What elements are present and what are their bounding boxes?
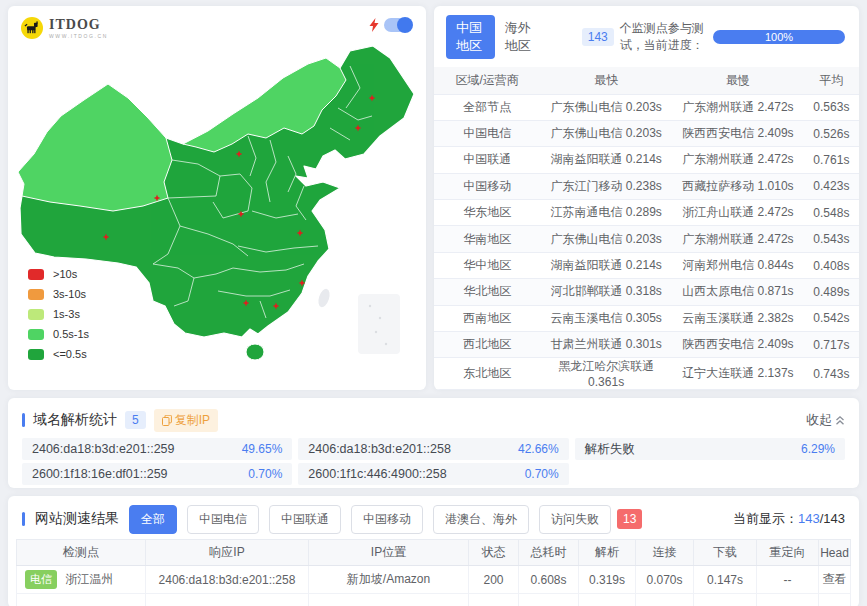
table-header-row: 区域/运营商 最快 最慢 平均 <box>434 67 859 94</box>
dns-cell[interactable]: 2406:da18:b3d:e201::259 49.65% <box>22 438 292 460</box>
table-row: 华南地区广东佛山电信 0.203s广东潮州联通 2.472s0.543s <box>434 226 859 252</box>
progress-bar: 100% <box>713 30 845 44</box>
dns-grid: 2406:da18:b3d:e201::259 49.65% 2406:da18… <box>22 438 845 485</box>
connect-time: 0.070s <box>636 566 694 594</box>
dog-logo-icon <box>20 16 44 40</box>
node-name: 浙江温州 <box>65 572 113 586</box>
status-code: 200 <box>469 566 519 594</box>
legend-item: 3s-10s <box>28 288 89 300</box>
legend-swatch <box>28 269 44 280</box>
dns-stats-card: 域名解析统计 5 复制IP 收起 2406:da18:b3d:e201::259 <box>8 398 859 488</box>
itdog-logo[interactable]: ITDOG WWW.ITDOG.CN <box>20 16 108 40</box>
section-accent-bar <box>22 413 25 427</box>
results-header-row: 检测点 响应IP IP位置 状态 总耗时 解析 连接 下载 重定向 Head <box>17 540 851 566</box>
legend-swatch <box>28 289 44 300</box>
total-time: 0.608s <box>519 566 579 594</box>
filter-unicom-button[interactable]: 中国联通 <box>269 505 341 534</box>
map-taiwan <box>316 287 331 308</box>
dns-cell[interactable]: 2600:1f1c:446:4900::258 0.70% <box>298 463 568 485</box>
isp-badge: 电信 <box>25 570 57 589</box>
page: ITDOG WWW.ITDOG.CN <box>0 0 867 606</box>
filter-mobile-button[interactable]: 中国移动 <box>351 505 423 534</box>
table-row: 华北地区河北邯郸联通 0.318s山西太原电信 0.871s0.489s <box>434 279 859 305</box>
legend-item: 1s-3s <box>28 308 89 320</box>
result-row <box>17 594 851 606</box>
speed-results-card: 网站测速结果 全部 中国电信 中国联通 中国移动 港澳台、海外 访问失败 13 … <box>8 496 859 606</box>
ip-location: 新加坡/Amazon <box>309 566 469 594</box>
tab-china-region[interactable]: 中国地区 <box>446 15 495 59</box>
tab-overseas-region[interactable]: 海外地区 <box>495 15 544 59</box>
dns-cell[interactable]: 解析失败 6.29% <box>575 438 845 460</box>
legend-swatch <box>28 309 44 320</box>
monitor-count-badge: 143 <box>582 28 614 46</box>
filter-all-button[interactable]: 全部 <box>129 505 177 534</box>
head-view-link[interactable]: 查看 <box>819 566 851 594</box>
table-row: 全部节点广东佛山电信 0.203s广东潮州联通 2.472s0.563s <box>434 94 859 120</box>
progress-label: 个监测点参与测试，当前进度： <box>620 20 713 54</box>
results-table: 检测点 响应IP IP位置 状态 总耗时 解析 连接 下载 重定向 Head 电… <box>16 539 851 606</box>
results-title: 网站测速结果 <box>35 510 119 528</box>
redirect-value: -- <box>757 566 819 594</box>
legend-item: 0.5s-1s <box>28 328 89 340</box>
table-row: 中国电信广东佛山电信 0.203s陕西西安电信 2.409s0.526s <box>434 120 859 146</box>
fail-count-badge: 13 <box>617 509 642 529</box>
table-row: 华东地区江苏南通电信 0.289s浙江舟山联通 2.472s0.548s <box>434 200 859 226</box>
copy-icon <box>162 415 172 426</box>
top-row: ITDOG WWW.ITDOG.CN <box>8 6 859 390</box>
dns-title: 域名解析统计 <box>33 411 117 429</box>
map-hainan <box>246 344 264 360</box>
dns-cell[interactable]: 2600:1f18:16e:df01::259 0.70% <box>22 463 292 485</box>
region-stats-table: 区域/运营商 最快 最慢 平均 全部节点广东佛山电信 0.203s广东潮州联通 … <box>434 67 859 390</box>
download-time: 0.147s <box>694 566 757 594</box>
logo-subtitle: WWW.ITDOG.CN <box>49 33 108 39</box>
stats-header: 中国地区 海外地区 143 个监测点参与测试，当前进度： 100% <box>434 6 859 67</box>
dns-cell[interactable]: 2406:da18:b3d:e201::258 42.66% <box>298 438 568 460</box>
display-count: 当前显示：143/143 <box>733 510 845 528</box>
table-row: 华中地区湖南益阳联通 0.214s河南郑州电信 0.844s0.408s <box>434 252 859 278</box>
legend-swatch <box>28 329 44 340</box>
legend-swatch <box>28 349 44 360</box>
table-row: 西南地区云南玉溪电信 0.305s云南玉溪联通 2.382s0.542s <box>434 305 859 331</box>
south-sea-inset <box>358 294 400 354</box>
table-row: 中国移动广东江门移动 0.238s西藏拉萨移动 1.010s0.423s <box>434 173 859 199</box>
speed-mode-control <box>369 18 412 32</box>
map-legend: >10s 3s-10s 1s-3s 0.5s-1s <=0.5s <box>28 268 89 360</box>
dns-time: 0.319s <box>579 566 636 594</box>
legend-item: <=0.5s <box>28 348 89 360</box>
filter-overseas-button[interactable]: 港澳台、海外 <box>433 505 529 534</box>
lightning-icon <box>369 18 379 32</box>
table-row: 西北地区甘肃兰州联通 0.301s陕西西安电信 2.409s0.717s <box>434 332 859 358</box>
collapse-button[interactable]: 收起 <box>806 411 845 429</box>
speed-toggle-switch[interactable] <box>384 18 412 32</box>
section-accent-bar <box>22 512 25 526</box>
dns-header: 域名解析统计 5 复制IP 收起 <box>22 407 845 433</box>
filter-failed-button[interactable]: 访问失败 <box>539 505 611 534</box>
chevron-double-up-icon <box>835 415 845 426</box>
result-row: 电信 浙江温州 2406:da18:b3d:e201::258 新加坡/Amaz… <box>17 566 851 594</box>
table-row: 中国联通湖南益阳联通 0.214s广东潮州联通 2.472s0.761s <box>434 147 859 173</box>
results-header: 网站测速结果 全部 中国电信 中国联通 中国移动 港澳台、海外 访问失败 13 … <box>16 505 851 533</box>
dns-count-badge: 5 <box>125 411 146 429</box>
table-row: 东北地区黑龙江哈尔滨联通 0.361s辽宁大连联通 2.137s0.743s <box>434 358 859 390</box>
filter-telecom-button[interactable]: 中国电信 <box>187 505 259 534</box>
china-map-card: ITDOG WWW.ITDOG.CN <box>8 6 426 390</box>
copy-ip-button[interactable]: 复制IP <box>154 409 218 432</box>
logo-title: ITDOG <box>49 17 108 33</box>
legend-item: >10s <box>28 268 89 280</box>
response-ip: 2406:da18:b3d:e201::258 <box>146 566 309 594</box>
map-region-xinjiang <box>18 84 172 211</box>
region-stats-card: 中国地区 海外地区 143 个监测点参与测试，当前进度： 100% 区域/运营商… <box>434 6 859 390</box>
